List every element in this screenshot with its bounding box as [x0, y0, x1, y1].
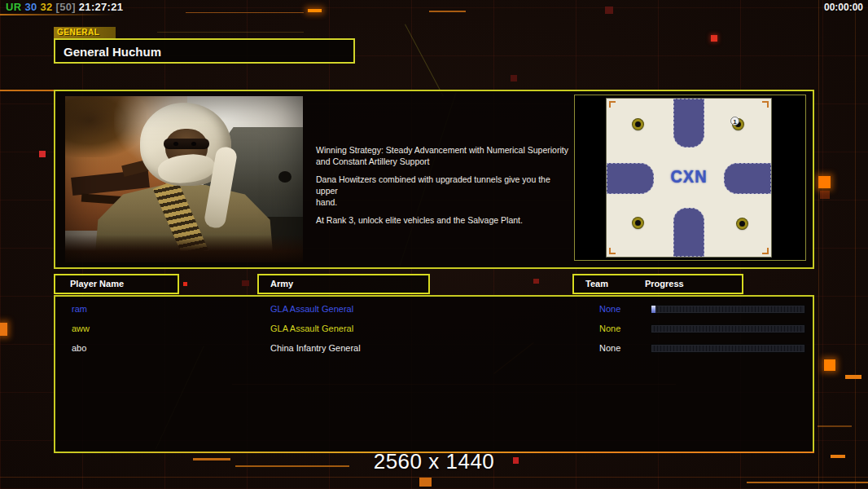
general-info-panel: Winning Strategy: Steady Advancement wit…: [54, 90, 814, 269]
strategy-text: Winning Strategy: Steady Advancement wit…: [316, 145, 573, 234]
player-name: ram: [72, 304, 87, 314]
circuit-line: [0, 14, 116, 15]
dark-red-square: [242, 280, 249, 286]
orange-square: [818, 176, 831, 188]
map-corner-mark: [762, 248, 769, 254]
orange-dash: [845, 375, 861, 379]
start-position-badge: 1: [730, 117, 739, 126]
general-tab: GENERAL: [54, 27, 116, 38]
circuit-line: [0, 477, 868, 478]
player-army: GLA Assault General: [270, 324, 353, 333]
map-start-dot: [633, 218, 643, 228]
dark-red-square: [605, 7, 613, 14]
orange-square: [820, 191, 830, 199]
player-team: None: [599, 304, 620, 314]
map-channel-top: [673, 99, 704, 148]
header-label: Army: [270, 279, 293, 289]
red-square: [39, 151, 46, 157]
header-player-name: Player Name: [54, 274, 179, 294]
portrait-vignette: [65, 96, 303, 262]
match-timer: 00:00:00: [824, 2, 863, 13]
circuit-line: [157, 32, 304, 33]
net-label: UR: [6, 1, 21, 13]
circuit-dash: [308, 9, 322, 12]
selected-general-name: General Huchum: [64, 45, 161, 59]
minimap-panel: CXN 1: [574, 95, 806, 261]
progress-fill: [651, 306, 655, 313]
player-team: None: [599, 343, 620, 353]
player-army: China Infantry General: [270, 343, 361, 353]
player-progress-bar: [651, 324, 805, 333]
player-progress-bar: [651, 305, 805, 314]
map-start-dot: [633, 119, 643, 130]
map-channel-bottom: [673, 208, 704, 257]
circuit-line: [818, 425, 852, 427]
orange-square: [0, 323, 7, 336]
circuit-line: [747, 482, 868, 483]
gentool-stats-overlay: UR3032[50]21:27:21: [6, 1, 126, 13]
header-label: Team: [585, 279, 608, 289]
header-army: Army: [257, 274, 430, 294]
strategy-line: At Rank 3, unlock elite vehicles and the…: [316, 215, 573, 227]
header-label: Player Name: [70, 279, 124, 289]
orange-square: [419, 478, 432, 487]
player-progress-bar: [651, 344, 805, 353]
latency-cap: [50]: [56, 1, 76, 13]
header-team-progress: Team Progress: [572, 274, 743, 294]
player-row: aww GLA Assault General None: [55, 319, 813, 339]
red-square: [183, 282, 187, 286]
player-team: None: [599, 324, 620, 333]
map-start-dot: [737, 218, 747, 229]
player-list-panel: ram GLA Assault General None aww GLA Ass…: [54, 295, 814, 453]
player-row: ram GLA Assault General None: [55, 300, 813, 319]
map-corner-mark: [762, 101, 769, 108]
header-label: Progress: [645, 279, 684, 289]
circuit-line: [429, 11, 466, 12]
circuit-line: [0, 90, 57, 91]
red-square: [711, 35, 717, 42]
latency-value: 32: [40, 1, 52, 13]
clock: 21:27:21: [79, 1, 123, 13]
strategy-line: Dana Howitzers combined with upgraded tu…: [316, 174, 573, 208]
map-center-label: CXN: [607, 166, 771, 187]
player-army: GLA Assault General: [270, 304, 353, 314]
resolution-watermark: 2560 x 1440: [0, 449, 868, 474]
dark-red-square: [511, 75, 517, 82]
general-portrait: [65, 96, 303, 262]
map-corner-mark: [609, 101, 616, 108]
dark-red-square: [533, 279, 539, 284]
fps-value: 30: [24, 1, 37, 13]
player-name: abo: [72, 343, 86, 353]
strategy-line: Winning Strategy: Steady Advancement wit…: [316, 145, 573, 167]
map-preview: CXN 1: [607, 99, 771, 257]
orange-square: [824, 359, 835, 371]
player-row: abo China Infantry General None: [55, 339, 813, 359]
circuit-line: [186, 12, 304, 13]
game-screen: UR3032[50]21:27:21 00:00:00 GENERAL Gene…: [0, 0, 868, 489]
map-corner-mark: [609, 248, 616, 254]
circuit-line: [855, 0, 856, 489]
circuit-line: [818, 0, 819, 489]
general-name-box: General Huchum: [54, 38, 355, 64]
player-name: aww: [72, 324, 90, 333]
